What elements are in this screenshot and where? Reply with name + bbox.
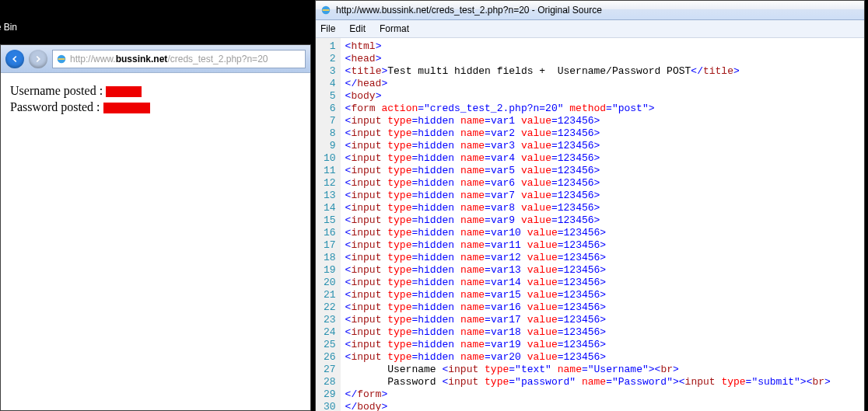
address-bar[interactable]: http://www.bussink.net/creds_test_2.php?… [52,50,306,68]
code-line[interactable]: <input type=hidden name=var10 value=1234… [345,227,831,239]
line-number-gutter: 1234567891011121314151617181920212223242… [316,38,341,411]
url-host: bussink.net [116,54,168,64]
password-posted-label: Password posted : [10,100,100,113]
code-line[interactable]: </body> [345,401,831,411]
browser-page: Username posted : Password posted : [1,73,310,127]
code-line[interactable]: <input type=hidden name=var13 value=1234… [345,264,831,277]
code-line[interactable]: <input type=hidden name=var20 value=1234… [345,351,831,364]
browser-window: http://www.bussink.net/creds_test_2.php?… [0,44,311,411]
result-line-username: Username posted : [10,84,301,98]
code-line[interactable]: <input type=hidden name=var5 value=12345… [345,165,831,177]
code-line[interactable]: <input type=hidden name=var4 value=12345… [345,152,831,165]
line-number: 14 [324,202,336,214]
source-title-text: http://www.bussink.net/creds_test_2.php?… [336,5,602,16]
line-number: 27 [324,364,336,376]
code-line[interactable]: <input type=hidden name=var15 value=1234… [345,289,831,301]
code-line[interactable]: <input type=hidden name=var2 value=12345… [345,127,831,140]
code-line[interactable]: <form action="creds_test_2.php?n=20" met… [345,103,831,115]
code-line[interactable]: </head> [345,78,831,90]
line-number: 11 [324,165,336,177]
code-line[interactable]: <input type=hidden name=var3 value=12345… [345,140,831,152]
code-line[interactable]: <input type=hidden name=var16 value=1234… [345,301,831,314]
ie-favicon-icon [320,5,331,16]
password-redacted-value [103,103,150,113]
line-number: 4 [324,78,336,90]
line-number: 18 [324,252,336,264]
line-number: 12 [324,177,336,190]
browser-toolbar: http://www.bussink.net/creds_test_2.php?… [1,45,310,73]
line-number: 10 [324,152,336,165]
line-number: 16 [324,227,336,239]
line-number: 19 [324,264,336,277]
arrow-left-icon [9,54,20,64]
line-number: 22 [324,301,336,314]
line-number: 30 [324,401,336,411]
menu-file[interactable]: File [320,23,335,34]
arrow-right-icon [33,54,44,64]
line-number: 23 [324,314,336,326]
line-number: 1 [324,40,336,53]
code-line[interactable]: <title>Test multi hidden fields + Userna… [345,65,831,78]
line-number: 9 [324,140,336,152]
code-line[interactable]: <input type=hidden name=var17 value=1234… [345,314,831,326]
username-posted-label: Username posted : [10,84,103,97]
code-line[interactable]: <input type=hidden name=var14 value=1234… [345,277,831,289]
line-number: 26 [324,351,336,364]
code-line[interactable]: <input type=hidden name=var12 value=1234… [345,252,831,264]
line-number: 28 [324,376,336,388]
url-prefix: http://www. [70,54,116,64]
forward-button[interactable] [29,50,47,68]
result-line-password: Password posted : [10,100,301,114]
line-number: 29 [324,388,336,401]
code-line[interactable]: <head> [345,53,831,65]
code-line[interactable]: <input type=hidden name=var19 value=1234… [345,339,831,351]
code-line[interactable]: </form> [345,388,831,401]
code-line[interactable]: <input type=hidden name=var7 value=12345… [345,190,831,202]
line-number: 15 [324,214,336,227]
code-line[interactable]: <input type=hidden name=var1 value=12345… [345,115,831,127]
line-number: 24 [324,326,336,339]
code-line[interactable]: <html> [345,40,831,53]
line-number: 17 [324,239,336,252]
menu-edit[interactable]: Edit [349,23,366,34]
code-line[interactable]: <input type=hidden name=var8 value=12345… [345,202,831,214]
code-line[interactable]: Password <input type="password" name="Pa… [345,376,831,388]
source-menubar: File Edit Format [316,20,864,38]
code-line[interactable]: <input type=hidden name=var9 value=12345… [345,214,831,227]
line-number: 2 [324,53,336,65]
ie-favicon-icon [56,54,67,64]
source-code-text[interactable]: <html><head><title>Test multi hidden fie… [341,38,835,411]
source-titlebar[interactable]: http://www.bussink.net/creds_test_2.php?… [316,1,864,20]
code-line[interactable]: <body> [345,90,831,103]
line-number: 6 [324,103,336,115]
line-number: 25 [324,339,336,351]
code-line[interactable]: <input type=hidden name=var6 value=12345… [345,177,831,190]
code-line[interactable]: Username <input type="text" name="Userna… [345,364,831,376]
line-number: 20 [324,277,336,289]
line-number: 7 [324,115,336,127]
line-number: 3 [324,65,336,78]
source-window: http://www.bussink.net/creds_test_2.php?… [315,0,865,411]
desktop: ycle Bin [0,0,51,47]
line-number: 21 [324,289,336,301]
recycle-bin-label[interactable]: ycle Bin [0,22,17,33]
line-number: 5 [324,90,336,103]
code-line[interactable]: <input type=hidden name=var11 value=1234… [345,239,831,252]
username-redacted-value [106,86,142,97]
line-number: 8 [324,127,336,140]
source-code-area[interactable]: 1234567891011121314151617181920212223242… [316,38,864,411]
code-line[interactable]: <input type=hidden name=var18 value=1234… [345,326,831,339]
line-number: 13 [324,190,336,202]
url-path: /creds_test_2.php?n=20 [167,54,268,64]
back-button[interactable] [5,50,24,68]
menu-format[interactable]: Format [380,23,409,34]
